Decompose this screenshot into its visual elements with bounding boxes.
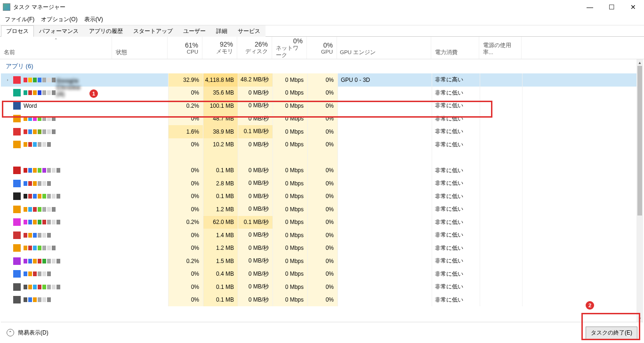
minimize-button[interactable]: —: [579, 0, 601, 14]
process-name-cell: [1, 242, 169, 255]
process-name: [24, 207, 56, 212]
vertical-scrollbar[interactable]: ▲ ▼: [636, 59, 643, 322]
close-button[interactable]: ✕: [622, 0, 644, 14]
process-name-cell: [1, 138, 169, 152]
process-row[interactable]: Word0.2%100.1 MB0 MB/秒0 Mbps0%非常に低い: [1, 99, 636, 112]
process-row[interactable]: 0%0.1 MB0 MB/秒0 Mbps0%非常に低い: [1, 164, 636, 177]
menu-file[interactable]: ファイル(F): [2, 15, 37, 24]
app-icon: [13, 257, 21, 265]
app-icon: [13, 128, 21, 136]
window-title: タスク マネージャー: [13, 3, 579, 11]
scroll-down-icon[interactable]: ▼: [636, 315, 643, 322]
maximize-button[interactable]: ☐: [601, 0, 622, 14]
tab-1[interactable]: パフォーマンス: [34, 25, 84, 37]
col-power-trend[interactable]: 電源の使用率...: [479, 37, 522, 59]
process-name-cell: ›Google Chrome (4): [1, 73, 169, 87]
app-icon: [13, 167, 21, 174]
annotation-badge-2: 2: [586, 301, 594, 310]
col-disk[interactable]: 26%ディスク: [237, 37, 272, 59]
col-power[interactable]: 電力消費: [431, 37, 479, 59]
process-name: Word: [24, 103, 37, 109]
process-name: [24, 271, 51, 276]
process-name-cell: [1, 268, 169, 281]
process-name: [24, 259, 60, 263]
process-row[interactable]: 0%0.1 MB0 MB/秒0 Mbps0%非常に低い: [1, 280, 636, 294]
process-row[interactable]: 0.2%1.5 MB0 MB/秒0 Mbps0%非常に低い: [1, 255, 636, 268]
process-name: [24, 246, 56, 250]
process-row[interactable]: 0%0.1 MB0 MB/秒0 Mbps0%非常に低い: [1, 294, 636, 307]
group-apps[interactable]: アプリ (6): [1, 59, 636, 73]
process-name-cell: [1, 177, 169, 190]
app-icon: [13, 141, 21, 148]
col-status[interactable]: 状態: [112, 37, 168, 59]
col-cpu[interactable]: 61%CPU: [168, 37, 202, 59]
app-icon: [13, 102, 21, 110]
app-icon: [13, 115, 21, 122]
footer: ⌃ 簡易表示(D) タスクの終了(E): [0, 322, 644, 343]
process-name: [24, 285, 60, 289]
app-icon: [13, 244, 21, 252]
app-icon: [13, 218, 21, 226]
process-row[interactable]: 0%10.2 MB0 MB/秒0 Mbps0%非常に低い: [1, 138, 636, 152]
process-name-cell: [1, 255, 169, 268]
col-gpu-engine[interactable]: GPU エンジン: [337, 37, 431, 59]
app-icon: [13, 283, 21, 291]
scroll-up-icon[interactable]: ▲: [636, 59, 643, 66]
process-row[interactable]: 0%0.1 MB0 MB/秒0 Mbps0%非常に低い: [1, 190, 636, 203]
sort-indicator-icon: ⌃: [54, 38, 58, 42]
app-icon: [13, 180, 21, 187]
process-name: [24, 233, 51, 238]
col-net[interactable]: 0%ネットワーク: [272, 37, 307, 59]
process-row[interactable]: 0%1.2 MB0 MB/秒0 Mbps0%非常に低い: [1, 203, 636, 216]
app-icon: [13, 76, 21, 84]
taskmgr-icon: [3, 3, 10, 11]
tabs: プロセスパフォーマンスアプリの履歴スタートアップユーザー詳細サービス: [0, 25, 644, 37]
process-row[interactable]: ›Google Chrome (4)32.9%4,118.8 MB48.2 MB…: [1, 73, 636, 87]
process-name-cell: [1, 229, 169, 242]
process-name: [24, 90, 56, 95]
process-name-cell: [1, 203, 169, 216]
expand-icon[interactable]: ›: [5, 78, 10, 82]
app-icon: [13, 296, 21, 303]
process-row[interactable]: 0%1.4 MB0 MB/秒0 Mbps0%非常に低い: [1, 229, 636, 242]
process-name: [24, 220, 60, 224]
tab-0[interactable]: プロセス: [1, 25, 34, 37]
annotation-badge-1: 1: [89, 89, 98, 98]
col-mem[interactable]: 92%メモリ: [202, 37, 237, 59]
menu-options[interactable]: オプション(O): [38, 15, 80, 24]
titlebar: タスク マネージャー — ☐ ✕: [0, 0, 644, 14]
process-name: [24, 181, 51, 186]
process-row[interactable]: 1.6%38.9 MB0.1 MB/秒0 Mbps0%非常に低い: [1, 125, 636, 138]
app-icon: [13, 231, 21, 239]
scroll-thumb[interactable]: [637, 66, 642, 215]
app-icon: [13, 192, 21, 200]
end-task-button[interactable]: タスクの終了(E): [586, 327, 637, 339]
tab-4[interactable]: ユーザー: [178, 25, 211, 37]
process-name-cell: [1, 164, 169, 177]
process-name-cell: Word: [1, 99, 169, 112]
tab-3[interactable]: スタートアップ: [128, 25, 178, 37]
column-headers: ⌃ 名前 状態 61%CPU 92%メモリ 26%ディスク 0%ネットワーク 0…: [0, 37, 644, 59]
process-name-cell: [1, 190, 169, 203]
process-name-cell: [1, 216, 169, 229]
process-name: [24, 129, 56, 134]
process-table: アプリ (6) ›Google Chrome (4)32.9%4,118.8 M…: [1, 59, 643, 322]
app-icon: [13, 206, 21, 213]
tab-6[interactable]: サービス: [233, 25, 266, 37]
process-name-cell: [1, 280, 169, 294]
process-name: [24, 116, 56, 121]
process-name-cell: [1, 125, 169, 138]
col-name[interactable]: ⌃ 名前: [0, 37, 112, 59]
process-row[interactable]: 0.2%62.0 MB0.1 MB/秒0 Mbps0%非常に低い: [1, 216, 636, 229]
process-name: [24, 297, 51, 302]
fewer-details-button[interactable]: ⌃ 簡易表示(D): [7, 329, 48, 337]
process-row[interactable]: 0%1.2 MB0 MB/秒0 Mbps0%非常に低い: [1, 242, 636, 255]
process-name: [24, 142, 51, 147]
menu-view[interactable]: 表示(V): [81, 15, 106, 24]
process-row[interactable]: 0%48.7 MB0 MB/秒0 Mbps0%非常に低い: [1, 112, 636, 126]
tab-2[interactable]: アプリの履歴: [84, 25, 128, 37]
tab-5[interactable]: 詳細: [211, 25, 233, 37]
col-gpu[interactable]: 0%GPU: [307, 37, 337, 59]
process-row[interactable]: 0%0.4 MB0 MB/秒0 Mbps0%非常に低い: [1, 268, 636, 281]
process-row[interactable]: 0%2.8 MB0 MB/秒0 Mbps0%非常に低い: [1, 177, 636, 190]
